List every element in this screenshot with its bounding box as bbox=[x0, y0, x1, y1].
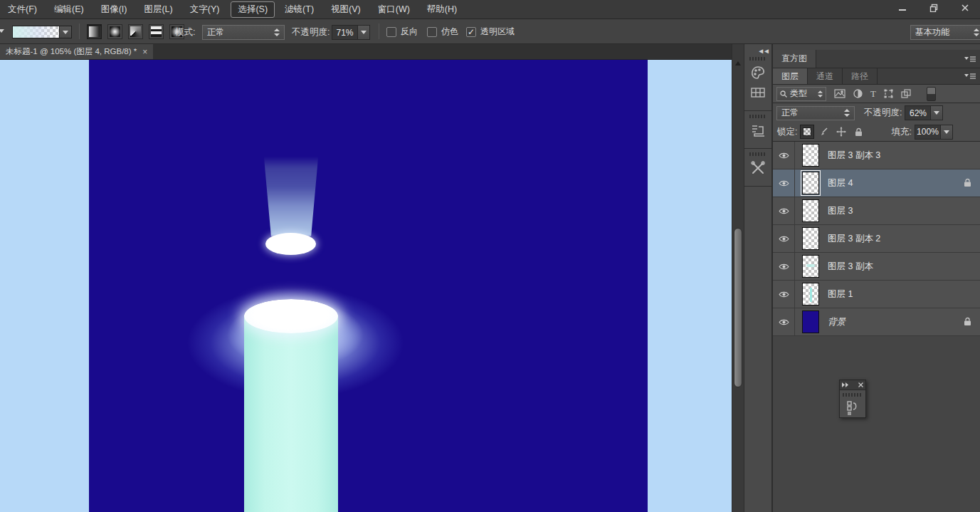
gradient-preview-swatch[interactable] bbox=[12, 26, 60, 38]
expand-panels-icon[interactable]: ◄◄ bbox=[757, 47, 769, 55]
menu-help[interactable]: 帮助(H) bbox=[418, 1, 466, 18]
document-tab[interactable]: 未标题-1 @ 105% (图层 4, RGB/8) * × bbox=[0, 44, 153, 59]
blend-mode-select[interactable]: 正常 bbox=[202, 25, 285, 40]
menu-edit[interactable]: 编辑(E) bbox=[45, 1, 93, 18]
fill-value[interactable]: 100% bbox=[915, 125, 941, 140]
panel-menu-icon[interactable] bbox=[964, 56, 976, 63]
reflected-gradient-button[interactable] bbox=[149, 24, 164, 39]
layer-opacity-value[interactable]: 62% bbox=[905, 105, 931, 120]
filter-shape-layers-icon[interactable] bbox=[884, 89, 893, 98]
transparency-checkbox[interactable]: ✓ bbox=[466, 27, 476, 37]
lock-transparent-pixels-button[interactable] bbox=[800, 125, 814, 139]
restore-button[interactable] bbox=[923, 1, 944, 14]
drag-handle[interactable] bbox=[749, 152, 766, 156]
updown-arrows-icon bbox=[974, 28, 979, 36]
reverse-checkbox[interactable] bbox=[386, 27, 396, 37]
layer-thumbnail[interactable] bbox=[802, 255, 819, 278]
vertical-scrollbar[interactable] bbox=[732, 44, 744, 512]
layer-thumbnail[interactable] bbox=[802, 144, 819, 167]
mini-panel-header[interactable] bbox=[840, 380, 865, 390]
transparency-option: ✓ 透明区域 bbox=[466, 26, 515, 38]
linear-gradient-button[interactable] bbox=[87, 24, 102, 39]
menu-filter[interactable]: 滤镜(T) bbox=[275, 1, 323, 18]
swatches-panel-icon[interactable] bbox=[750, 85, 766, 100]
history-panel-icon[interactable] bbox=[750, 122, 766, 138]
lock-position-button[interactable] bbox=[834, 125, 848, 139]
filter-type-layers-icon[interactable]: T bbox=[870, 88, 876, 100]
filter-pixel-layers-icon[interactable] bbox=[834, 89, 845, 98]
panel-menu-icon[interactable] bbox=[964, 73, 976, 80]
layer-row-selected[interactable]: 图层 4 bbox=[773, 169, 980, 197]
menu-file[interactable]: 文件(F) bbox=[0, 1, 46, 18]
menu-view[interactable]: 视图(V) bbox=[322, 1, 370, 18]
menu-type[interactable]: 文字(Y) bbox=[181, 1, 229, 18]
layer-thumbnail[interactable] bbox=[802, 172, 819, 194]
document-canvas[interactable] bbox=[89, 60, 648, 512]
layer-name[interactable]: 图层 3 副本 3 bbox=[828, 150, 880, 162]
workspace-select[interactable]: 基本功能 bbox=[910, 25, 980, 40]
layer-name[interactable]: 图层 3 副本 2 bbox=[828, 233, 880, 245]
color-panel-icon[interactable] bbox=[750, 65, 766, 80]
tab-layers[interactable]: 图层 bbox=[773, 68, 808, 84]
gradient-picker-arrow[interactable] bbox=[60, 26, 72, 38]
tab-paths[interactable]: 路径 bbox=[843, 68, 878, 84]
drag-handle[interactable] bbox=[749, 57, 766, 61]
visibility-toggle[interactable] bbox=[773, 169, 795, 197]
layer-thumbnail[interactable] bbox=[802, 227, 819, 250]
layer-row[interactable]: 图层 3 副本 bbox=[773, 253, 980, 281]
layer-name[interactable]: 图层 3 bbox=[828, 205, 853, 217]
tab-channels[interactable]: 通道 bbox=[808, 68, 843, 84]
filter-smart-objects-icon[interactable] bbox=[901, 89, 911, 98]
visibility-toggle[interactable] bbox=[773, 225, 795, 252]
filter-type-select[interactable]: 类型 bbox=[776, 87, 826, 101]
menu-layer[interactable]: 图层(L) bbox=[135, 1, 181, 18]
opacity-value[interactable]: 71% bbox=[332, 25, 358, 40]
layer-row[interactable]: 图层 3 副本 3 bbox=[773, 142, 980, 169]
fill-arrow[interactable] bbox=[941, 125, 953, 140]
radial-gradient-button[interactable] bbox=[107, 24, 122, 39]
layer-row[interactable]: 图层 3 bbox=[773, 197, 980, 225]
opacity-dropdown-arrow[interactable] bbox=[358, 25, 370, 40]
drag-handle[interactable] bbox=[749, 115, 766, 118]
layer-thumbnail[interactable] bbox=[802, 199, 819, 222]
menu-select[interactable]: 选择(S) bbox=[231, 1, 275, 18]
mini-panel-body[interactable] bbox=[840, 390, 865, 418]
drag-handle[interactable] bbox=[843, 393, 863, 397]
visibility-toggle[interactable] bbox=[773, 308, 795, 335]
histogram-tab[interactable]: 直方图 bbox=[773, 50, 816, 68]
layer-name[interactable]: 图层 4 bbox=[828, 177, 853, 189]
layer-thumbnail[interactable] bbox=[802, 310, 819, 333]
angle-gradient-button[interactable] bbox=[128, 24, 143, 39]
layer-name[interactable]: 背景 bbox=[828, 316, 845, 328]
tool-presets-panel-icon[interactable] bbox=[750, 160, 766, 176]
spotlight-mouth-ellipse bbox=[265, 233, 316, 255]
layer-row[interactable]: 图层 1 bbox=[773, 281, 980, 308]
menu-image[interactable]: 图像(I) bbox=[92, 1, 137, 18]
lock-all-button[interactable] bbox=[851, 125, 865, 139]
tab-close-icon[interactable]: × bbox=[142, 47, 147, 57]
layer-opacity-arrow[interactable] bbox=[931, 105, 943, 120]
reverse-label: 反向 bbox=[401, 26, 418, 38]
visibility-toggle[interactable] bbox=[773, 253, 795, 280]
dither-checkbox[interactable] bbox=[427, 27, 437, 37]
scrollbar-thumb[interactable] bbox=[734, 228, 742, 387]
tool-preset-arrow-icon[interactable] bbox=[0, 29, 4, 33]
canvas-viewport[interactable] bbox=[0, 60, 732, 512]
history-panel-icon bbox=[845, 399, 860, 417]
close-button[interactable] bbox=[954, 1, 976, 14]
layer-filtering-toggle[interactable] bbox=[927, 87, 936, 101]
layer-name[interactable]: 图层 1 bbox=[828, 288, 853, 301]
visibility-toggle[interactable] bbox=[773, 142, 795, 169]
lock-image-pixels-button[interactable] bbox=[817, 125, 831, 139]
visibility-toggle[interactable] bbox=[773, 281, 795, 308]
menu-window[interactable]: 窗口(W) bbox=[369, 1, 419, 18]
layer-row[interactable]: 图层 3 副本 2 bbox=[773, 225, 980, 253]
filter-adjustment-layers-icon[interactable] bbox=[853, 89, 863, 98]
layer-row-background[interactable]: 背景 bbox=[773, 308, 980, 336]
scroll-up-arrow[interactable] bbox=[735, 61, 741, 66]
layer-blend-mode-select[interactable]: 正常 bbox=[776, 106, 855, 120]
minimize-button[interactable] bbox=[892, 1, 913, 14]
layer-thumbnail[interactable] bbox=[802, 283, 819, 305]
layer-name[interactable]: 图层 3 副本 bbox=[828, 261, 873, 273]
visibility-toggle[interactable] bbox=[773, 197, 795, 224]
